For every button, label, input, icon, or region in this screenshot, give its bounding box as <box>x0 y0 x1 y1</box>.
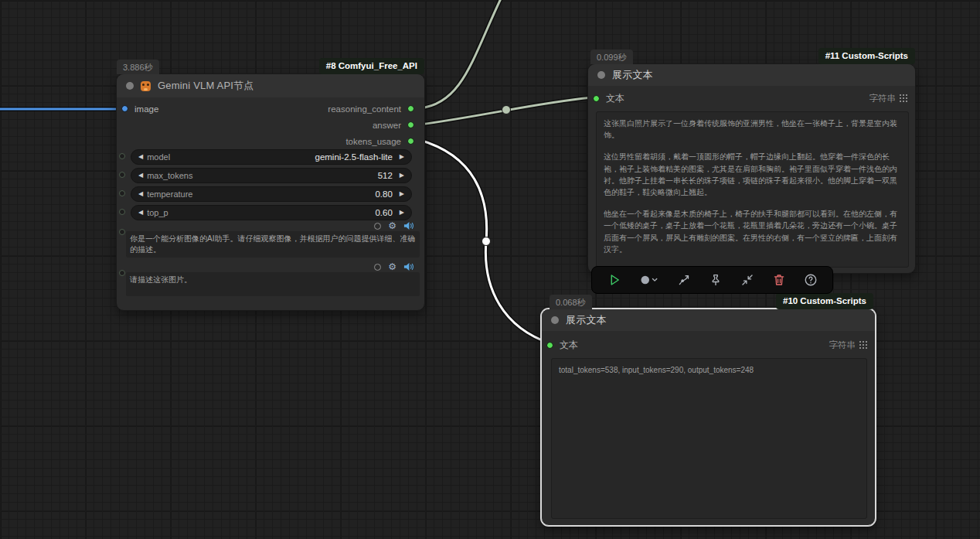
decrement-arrow-icon[interactable]: ◀ <box>138 191 143 197</box>
speaker-icon[interactable] <box>403 262 413 271</box>
widget-value: 0.60 <box>375 208 392 217</box>
system-prompt-textarea[interactable]: 你是一个能分析图像的AI助手。请仔细观察图像，并根据用户的问题提供详细、准确的描… <box>126 231 420 258</box>
gear-icon[interactable]: ⚙ <box>388 262 396 271</box>
exec-time-badge: 0.068秒 <box>550 295 592 309</box>
clear-icon[interactable] <box>374 223 381 230</box>
paragraph: 他坐在一个看起来像是木质的椅子上，椅子的扶手和腿部都可以看到。在他的左侧，有一个… <box>604 208 901 255</box>
paragraph: total_tokens=538, input_tokens=290, outp… <box>559 364 859 376</box>
input-label-text: 文本 <box>560 339 578 352</box>
show-text-output-area[interactable]: total_tokens=538, input_tokens=290, outp… <box>551 358 867 519</box>
show-text-output-area[interactable]: 这张黑白照片展示了一位身着传统服饰的亚洲男性，他坐在一张椅子上，背景是室内装饰。… <box>596 111 909 268</box>
widget-value: 512 <box>378 171 393 180</box>
widget-name: temperature <box>147 189 192 199</box>
paragraph: 这位男性留着胡须，戴着一顶圆形的帽子，帽子边缘向上翻起。他穿着一件深色的长袍，袍… <box>604 151 901 198</box>
type-label: 字符串 <box>829 339 856 351</box>
input-label-image: image <box>134 104 158 114</box>
grid-handle-icon[interactable] <box>859 341 867 349</box>
type-label: 字符串 <box>869 93 897 104</box>
widget-model[interactable]: ◀ model gemini-2.5-flash-lite ▶ <box>131 149 412 165</box>
widget-socket-temperature[interactable] <box>119 190 125 196</box>
collapse-dot[interactable] <box>597 71 605 79</box>
output-socket-answer[interactable] <box>407 121 414 128</box>
output-label-answer: answer <box>373 121 401 130</box>
input-socket-text[interactable] <box>593 95 600 102</box>
collapse-dot[interactable] <box>126 82 134 90</box>
widget-socket-top-p[interactable] <box>119 209 125 215</box>
input-socket-text[interactable] <box>546 342 553 349</box>
owl-emoji-icon <box>141 81 151 91</box>
collapse-dot[interactable] <box>551 316 559 324</box>
node-show-text-10[interactable]: 0.068秒 #10 Custom-Scripts 展示文本 文本 字符串 to… <box>541 309 876 526</box>
help-button[interactable] <box>801 270 821 290</box>
delete-button[interactable] <box>769 270 789 290</box>
widget-temperature[interactable]: ◀ temperature 0.80 ▶ <box>131 186 412 202</box>
widget-max-tokens[interactable]: ◀ max_tokens 512 ▶ <box>131 168 412 183</box>
grid-handle-icon[interactable] <box>900 94 907 102</box>
node-titlebar[interactable]: 展示文本 <box>588 64 915 86</box>
input-socket-image[interactable] <box>121 105 128 112</box>
widget-value: 0.80 <box>375 189 392 199</box>
input-label-text: 文本 <box>606 92 624 105</box>
node-titlebar[interactable]: Gemini VLM API节点 <box>117 74 424 97</box>
node-graph-canvas[interactable]: 3.886秒 #8 Comfyui_Free_API Gemini VLM AP… <box>0 0 980 539</box>
link-midpoint-dot-tokens <box>482 237 491 246</box>
widget-name: top_p <box>147 208 168 217</box>
user-prompt-textarea[interactable]: 请描述这张图片。 <box>126 272 420 296</box>
widget-top-p[interactable]: ◀ top_p 0.60 ▶ <box>131 205 412 220</box>
clear-icon[interactable] <box>374 264 381 271</box>
node-gemini-vlm-api[interactable]: 3.886秒 #8 Comfyui_Free_API Gemini VLM AP… <box>116 73 425 311</box>
widget-name: model <box>147 152 170 162</box>
increment-arrow-icon[interactable]: ▶ <box>400 154 404 160</box>
speaker-icon[interactable] <box>403 221 413 230</box>
route-button[interactable] <box>674 270 694 290</box>
output-label-reasoning-content: reasoning_content <box>328 104 401 114</box>
widget-value: gemini-2.5-flash-lite <box>315 152 392 162</box>
widget-socket-model[interactable] <box>119 153 125 159</box>
output-label-tokens-usage: tokens_usage <box>345 137 401 146</box>
pin-button[interactable] <box>706 270 726 290</box>
widget-socket-user-prompt[interactable] <box>119 270 125 276</box>
widget-socket-system-prompt[interactable] <box>119 229 125 235</box>
collapse-button[interactable] <box>737 270 757 290</box>
widget-socket-max-tokens[interactable] <box>119 172 125 178</box>
widget-name: max_tokens <box>147 171 192 180</box>
gear-icon[interactable]: ⚙ <box>388 221 396 230</box>
increment-arrow-icon[interactable]: ▶ <box>400 210 404 216</box>
node-id-badge: #10 Custom-Scripts <box>776 293 873 309</box>
increment-arrow-icon[interactable]: ▶ <box>400 191 404 197</box>
output-mode-button[interactable] <box>636 270 662 290</box>
node-title: 展示文本 <box>612 68 653 82</box>
decrement-arrow-icon[interactable]: ◀ <box>138 154 143 160</box>
node-id-badge: #8 Comfyui_Free_API <box>319 58 424 74</box>
exec-time-badge: 3.886秒 <box>117 60 159 74</box>
increment-arrow-icon[interactable]: ▶ <box>400 172 404 179</box>
node-id-badge: #11 Custom-Scripts <box>818 48 915 64</box>
node-toolbar[interactable] <box>591 266 833 294</box>
node-title: Gemini VLM API节点 <box>158 79 254 93</box>
paragraph: 这张黑白照片展示了一位身着传统服饰的亚洲男性，他坐在一张椅子上，背景是室内装饰。 <box>604 118 901 141</box>
decrement-arrow-icon[interactable]: ◀ <box>138 172 143 179</box>
node-title: 展示文本 <box>566 313 607 327</box>
decrement-arrow-icon[interactable]: ◀ <box>138 210 143 216</box>
node-titlebar[interactable]: 展示文本 <box>542 309 875 331</box>
node-show-text-11[interactable]: 0.099秒 #11 Custom-Scripts 展示文本 文本 字符串 这张… <box>587 63 916 274</box>
output-socket-tokens-usage[interactable] <box>407 138 414 145</box>
output-socket-reasoning-content[interactable] <box>407 105 414 112</box>
link-midpoint-dot-answer <box>502 106 511 114</box>
run-button[interactable] <box>604 270 624 290</box>
exec-time-badge: 0.099秒 <box>590 49 633 64</box>
